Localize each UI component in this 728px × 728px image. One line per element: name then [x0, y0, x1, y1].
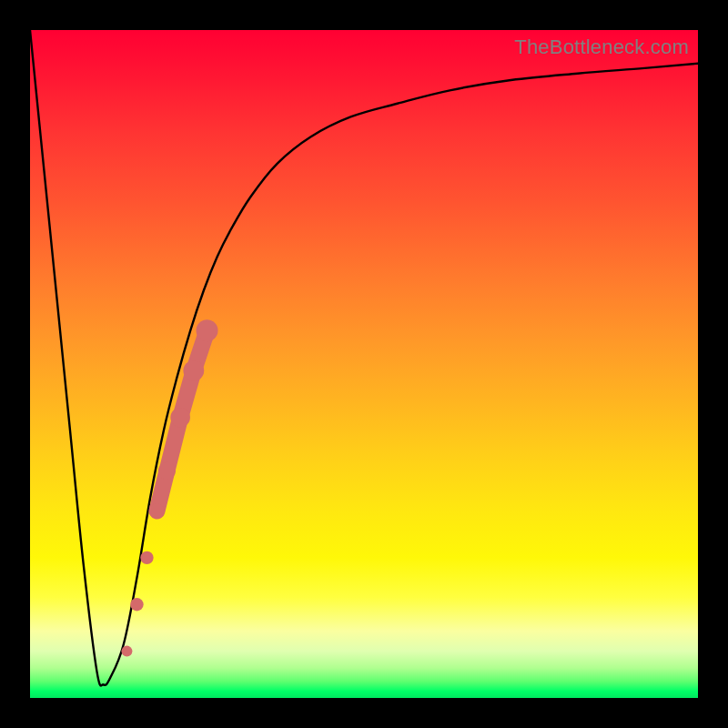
highlight-dot	[130, 598, 143, 611]
highlight-dot	[158, 462, 176, 480]
bottleneck-curve	[30, 30, 698, 685]
chart-frame: TheBottleneck.com	[0, 0, 728, 728]
chart-svg	[30, 30, 698, 698]
highlight-dot	[170, 408, 190, 428]
highlight-dot	[183, 360, 204, 381]
highlight-dot	[149, 503, 165, 519]
curve-layer	[30, 30, 698, 685]
highlight-dot	[140, 551, 153, 564]
highlight-dot	[197, 319, 218, 341]
highlight-dot	[121, 646, 132, 657]
dots-layer	[121, 319, 217, 656]
plot-area: TheBottleneck.com	[30, 30, 698, 698]
